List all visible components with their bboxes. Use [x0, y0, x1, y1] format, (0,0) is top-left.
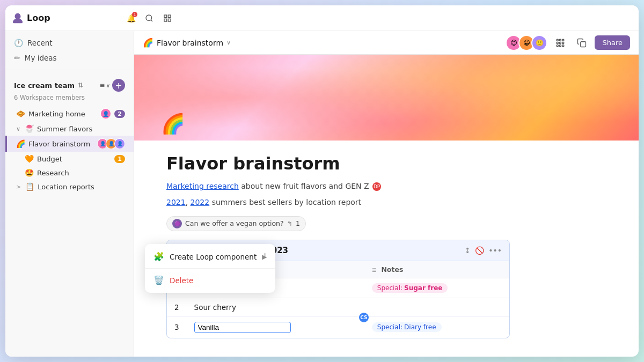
row-1-tag: Special: Sugar free — [372, 283, 448, 293]
location-reports-collapse: > — [16, 183, 21, 190]
comment-bubble[interactable]: 🟣 Can we offer a vegan option? ↰ 1 — [166, 216, 306, 231]
research-icon: 🤩 — [25, 168, 34, 177]
row-2-flavor[interactable]: Sour cherry — [187, 298, 364, 316]
filter-button[interactable]: ≡ ∨ — [100, 82, 110, 89]
search-button[interactable] — [142, 11, 157, 26]
summer-flavors-label: Summer flavors — [37, 125, 125, 133]
research-label: Research — [37, 169, 125, 177]
svg-rect-4 — [168, 19, 171, 21]
workspace-subtitle: 6 Workspace members — [5, 94, 134, 106]
apps-button[interactable] — [552, 34, 569, 51]
header-avatar-3: 🙂 — [531, 35, 547, 51]
location-reports-icon: 📋 — [25, 182, 34, 191]
svg-rect-2 — [168, 15, 171, 18]
workspace-title: Ice cream team ⇅ — [14, 82, 83, 90]
main-area: 🌈 Flavor brainstorm ∨ 😊 😀 🙂 — [134, 31, 639, 357]
doc-text-2: summers best sellers by location report — [212, 198, 361, 206]
year-2022-link[interactable]: 2022 — [191, 198, 210, 206]
document-area: 🌈 Flavor brainstorm Marketing research a… — [134, 55, 639, 357]
sidebar-item-location-reports[interactable]: > 📋 Location reports — [5, 180, 134, 194]
create-loop-label: Create Loop component — [170, 253, 257, 261]
doc-links-line2: 2021, 2022 summers best sellers by locat… — [166, 196, 606, 208]
layout-button[interactable] — [160, 11, 175, 26]
app-name: Loop — [27, 13, 50, 23]
row-1-tag-value: Sugar free — [404, 284, 442, 292]
marketing-home-badge: 2 — [114, 110, 125, 118]
summer-flavors-icon: 🍧 — [25, 124, 34, 133]
summer-flavors-collapse: ∨ — [16, 125, 20, 132]
filter-icon[interactable]: 🚫 — [475, 246, 484, 255]
table-actions: ↕ 🚫 ••• — [464, 246, 502, 255]
filter-icon: ≡ — [100, 82, 105, 89]
sidebar-item-flavor-brainstorm[interactable]: 🌈 Flavor brainstorm 👤 👤 👤 — [5, 136, 134, 152]
comment-text: Can we offer a vegan option? — [185, 219, 284, 227]
more-icon[interactable]: ••• — [488, 246, 502, 255]
sidebar-item-summer-flavors[interactable]: ∨ 🍧 Summer flavors — [5, 122, 134, 136]
header-right: 😊 😀 🙂 — [506, 34, 630, 51]
doc-links-line1: Marketing research about new fruit flavo… — [166, 180, 606, 192]
svg-rect-8 — [557, 42, 559, 43]
hero-banner: 🌈 — [134, 55, 639, 141]
cs-badge: CS — [359, 313, 369, 322]
marketing-home-icon: 🧇 — [16, 109, 25, 118]
app-window: Loop 🔔 1 🕐 Recent — [5, 5, 639, 357]
my-ideas-icon: ✏️ — [14, 54, 20, 62]
row-3-tag-label: Special: — [377, 323, 402, 331]
delete-label: Delete — [170, 276, 193, 285]
svg-rect-6 — [560, 39, 561, 41]
table-row: 3 CS Special: Diary free — [167, 316, 509, 338]
doc-text-1: about new fruit flavors and GEN Z — [241, 182, 369, 190]
breadcrumb-chevron[interactable]: ∨ — [226, 39, 231, 46]
row-2-note — [364, 298, 509, 316]
svg-point-0 — [146, 15, 152, 21]
avatar-1: 👤 — [100, 108, 111, 119]
sidebar-item-budget[interactable]: 🧡 Budget 1 — [5, 152, 134, 166]
sidebar-item-recent[interactable]: 🕐 Recent — [5, 35, 134, 50]
marketing-home-label: Marketing home — [28, 110, 97, 118]
budget-label: Budget — [37, 155, 111, 163]
drag-handle[interactable]: ⠿ — [262, 244, 268, 265]
sidebar: 🕐 Recent ✏️ My ideas Ice cream team ⇅ ≡ … — [5, 31, 134, 357]
workspace-sort-icon: ⇅ — [78, 82, 83, 89]
row-1-tag-label: Special: — [377, 284, 402, 292]
sidebar-item-research[interactable]: 🤩 Research — [5, 166, 134, 180]
add-button[interactable]: + — [112, 79, 125, 92]
col-notes: ≡ Notes — [364, 261, 509, 278]
svg-rect-9 — [560, 42, 561, 43]
flavor-brainstorm-label: Flavor brainstorm — [28, 140, 94, 148]
row-3-note: Special: Diary free — [364, 316, 509, 338]
notes-col-label: Notes — [381, 265, 403, 274]
edit-cursor: DP — [372, 182, 381, 191]
row-2-num: 2 — [167, 298, 187, 316]
row-3-tag-value: Diary free — [404, 323, 436, 331]
breadcrumb-icon: 🌈 — [143, 38, 153, 48]
breadcrumb: 🌈 Flavor brainstorm ∨ — [143, 38, 231, 48]
copy-button[interactable] — [573, 34, 590, 51]
svg-rect-3 — [164, 19, 167, 21]
context-menu: 🧩 Create Loop component ▶ 🗑️ Delete — [145, 244, 275, 293]
share-button[interactable]: Share — [595, 35, 630, 50]
sidebar-item-my-ideas[interactable]: ✏️ My ideas — [5, 50, 134, 65]
svg-rect-14 — [581, 41, 586, 47]
workspace-header: Ice cream team ⇅ ≡ ∨ + — [5, 75, 134, 94]
sort-icon[interactable]: ↕ — [464, 246, 471, 255]
workspace-name: Ice cream team — [14, 82, 75, 90]
content-header: 🌈 Flavor brainstorm ∨ 😊 😀 🙂 — [134, 31, 639, 55]
marketing-research-link[interactable]: Marketing research — [166, 182, 239, 190]
flavor-brainstorm-avatars: 👤 👤 👤 — [97, 138, 125, 149]
breadcrumb-title: Flavor brainstorm — [157, 39, 223, 47]
main-content: 🕐 Recent ✏️ My ideas Ice cream team ⇅ ≡ … — [5, 31, 639, 357]
year-2021-link[interactable]: 2021 — [166, 198, 186, 206]
svg-rect-12 — [560, 45, 561, 46]
svg-rect-5 — [557, 39, 559, 41]
row-3-flavor-cell: CS — [187, 316, 364, 338]
marketing-home-avatars: 👤 — [100, 108, 111, 119]
hero-shapes — [134, 55, 639, 141]
context-menu-item-delete[interactable]: 🗑️ Delete — [145, 271, 275, 290]
context-divider — [145, 268, 275, 269]
topbar-actions: 🔔 1 — [123, 11, 175, 26]
sidebar-item-marketing-home[interactable]: 🧇 Marketing home 👤 2 — [5, 106, 134, 122]
vanilla-input[interactable] — [194, 322, 291, 333]
context-menu-item-create-loop[interactable]: 🧩 Create Loop component ▶ — [145, 247, 275, 266]
notification-button[interactable]: 🔔 1 — [123, 11, 138, 26]
